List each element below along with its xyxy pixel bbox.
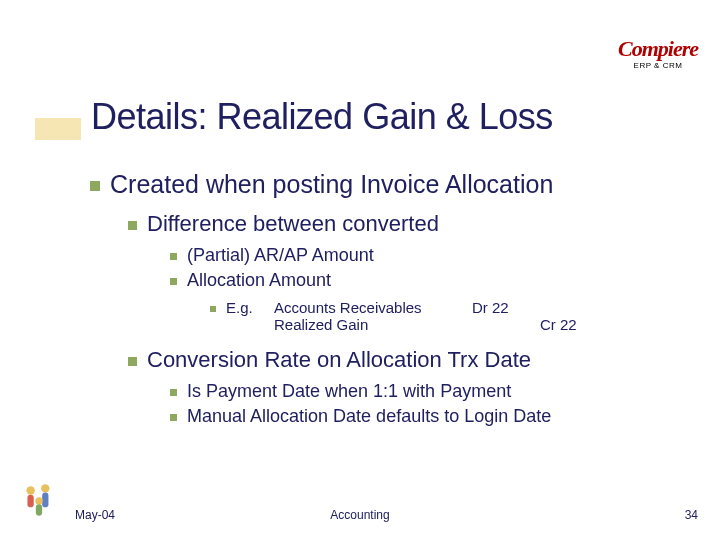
bullet-icon [170, 253, 177, 260]
example-label: E.g. [226, 299, 266, 316]
svg-point-0 [26, 486, 34, 494]
slide-title: Details: Realized Gain & Loss [35, 96, 700, 138]
bullet-icon [128, 221, 137, 230]
svg-point-2 [41, 484, 49, 492]
example-debit: Dr 22 [472, 299, 532, 316]
slide-body: Created when posting Invoice Allocation … [90, 170, 690, 431]
slide-footer: May-04 Accounting 34 [0, 502, 720, 522]
brand-name: Compiere [618, 38, 698, 60]
footer-section: Accounting [0, 508, 720, 522]
bullet-icon [90, 181, 100, 191]
brand-logo: Compiere ERP & CRM [618, 38, 698, 70]
example-account: Accounts Receivables [274, 299, 464, 316]
footer-page-number: 34 [685, 508, 698, 522]
bullet-level3: Allocation Amount [170, 270, 690, 291]
bullet-level3: Is Payment Date when 1:1 with Payment [170, 381, 690, 402]
bullet-level1: Created when posting Invoice Allocation [90, 170, 690, 199]
example-account: Realized Gain [274, 316, 464, 333]
bullet-text: Manual Allocation Date defaults to Login… [187, 406, 551, 427]
example-block: E.g. Accounts Receivables Dr 22 Realized… [210, 299, 690, 333]
brand-tagline: ERP & CRM [618, 62, 698, 70]
bullet-level2: Difference between converted [128, 211, 690, 237]
title-block: Details: Realized Gain & Loss [35, 96, 700, 138]
bullet-text: Created when posting Invoice Allocation [110, 170, 553, 199]
bullet-icon [170, 389, 177, 396]
slide: Compiere ERP & CRM Details: Realized Gai… [0, 0, 720, 540]
bullet-icon [170, 278, 177, 285]
bullet-icon [128, 357, 137, 366]
bullet-level3: (Partial) AR/AP Amount [170, 245, 690, 266]
bullet-text: Conversion Rate on Allocation Trx Date [147, 347, 531, 373]
bullet-level3: Manual Allocation Date defaults to Login… [170, 406, 690, 427]
example-credit: Cr 22 [540, 316, 577, 333]
bullet-level2: Conversion Rate on Allocation Trx Date [128, 347, 690, 373]
bullet-text: Is Payment Date when 1:1 with Payment [187, 381, 511, 402]
bullet-text: (Partial) AR/AP Amount [187, 245, 374, 266]
bullet-icon [210, 306, 216, 312]
bullet-text: Difference between converted [147, 211, 439, 237]
bullet-text: Allocation Amount [187, 270, 331, 291]
bullet-icon [170, 414, 177, 421]
